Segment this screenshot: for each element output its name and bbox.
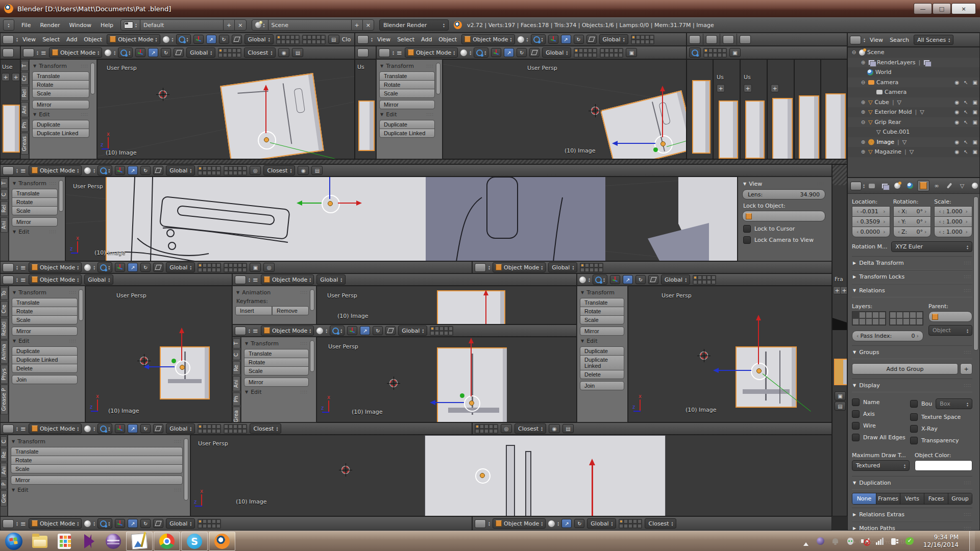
shelf-scrollbar[interactable]	[436, 63, 440, 94]
display-texspace-option[interactable]: Texture Space	[910, 413, 972, 421]
menu-file[interactable]: File	[19, 22, 33, 29]
editor-type-icon[interactable]	[23, 48, 34, 57]
viewport-shading-icon[interactable]	[163, 36, 169, 43]
layers-widget[interactable]	[600, 48, 623, 58]
manipulator-translate-button[interactable]: ↗	[360, 326, 370, 335]
display-name-option[interactable]: Name	[852, 398, 906, 406]
tab-physics[interactable]: P	[1, 479, 7, 489]
editor-type-icon[interactable]	[475, 519, 486, 528]
viewport-3d-bottom[interactable]: User Persp xz (10) Image	[190, 435, 832, 516]
menu-object[interactable]: Object	[436, 36, 459, 43]
panel-edit[interactable]: Edit::::	[13, 338, 77, 344]
snap-target-selector[interactable]: Closest	[250, 423, 281, 434]
properties-scrollbar[interactable]	[973, 196, 978, 350]
layers-widget[interactable]	[198, 424, 221, 434]
layers-grid[interactable]	[852, 311, 886, 325]
panel-edit[interactable]: Edit	[581, 338, 623, 344]
panel-display[interactable]: Display::::	[852, 379, 972, 392]
pivot-snap-widget[interactable]	[689, 47, 701, 58]
delete-scene-button[interactable]: ×	[362, 20, 374, 30]
editor-type-icon[interactable]	[3, 19, 14, 31]
tab-relations[interactable]: Relati	[1, 318, 8, 339]
renderability-camera-icon[interactable]: ▣	[973, 99, 977, 105]
tray-checkmark-icon[interactable]: ✓	[905, 537, 914, 545]
manipulator-axis-button[interactable]	[610, 275, 620, 284]
menu-select[interactable]: Select	[395, 36, 416, 43]
snap-target-selector[interactable]: Closest	[263, 165, 295, 176]
render-opengl-icon[interactable]: ◉	[278, 48, 289, 57]
tab-animation[interactable]: Ani	[233, 376, 240, 391]
panel-edit[interactable]: Edit::::	[12, 487, 182, 493]
expand-icon[interactable]: ⊕	[860, 139, 866, 145]
rotate-button[interactable]: Rotate	[379, 80, 435, 89]
layers-widget[interactable]	[703, 48, 727, 58]
viewport-3d-bottom-right[interactable]: User Persp xz (10) Image	[628, 286, 832, 422]
display-xray-option[interactable]: X-Ray	[910, 425, 972, 433]
visibility-eye-icon[interactable]: ◉	[954, 80, 959, 85]
visibility-eye-icon[interactable]: ◉	[954, 119, 959, 125]
display-transparency-option[interactable]: Transparency	[910, 437, 972, 444]
orientation-selector[interactable]: Global	[548, 262, 577, 272]
expand-icon[interactable]: ⊕	[860, 149, 866, 155]
manipulator-axis-button[interactable]	[491, 48, 501, 57]
outliner-row-scene[interactable]: ⊖ Scene	[848, 47, 979, 58]
tab-create[interactable]: C	[233, 349, 240, 360]
skype-taskbar-button[interactable]: S	[181, 532, 208, 551]
taskbar-clock[interactable]: 9:34 PM 12/16/2014	[923, 534, 959, 549]
close-button[interactable]: ×	[951, 3, 976, 14]
editor-type-icon[interactable]	[3, 424, 14, 433]
mode-selector[interactable]: Object Mode	[461, 34, 514, 44]
manipulator-scale-button[interactable]	[648, 275, 658, 284]
panel-transform[interactable]: Transform::::	[13, 180, 57, 187]
outliner-label[interactable]: Grip Rear	[874, 119, 901, 126]
mode-selector[interactable]: Object Mode	[29, 518, 82, 529]
duplicate-linked-button[interactable]: Duplicate Linked	[12, 355, 78, 364]
collapsed-menu-icon[interactable]: ≡	[253, 327, 258, 335]
editor-type-icon[interactable]	[3, 276, 14, 284]
selectability-arrow-icon[interactable]: ↖	[964, 109, 968, 115]
shelf-scrollbar[interactable]	[310, 340, 314, 372]
viewport-shading-icon[interactable]	[84, 425, 91, 432]
manipulator-translate-button[interactable]: ↗	[128, 263, 138, 272]
orientation-selector[interactable]: Global	[587, 518, 616, 529]
orientation-selector[interactable]: Global	[84, 274, 113, 285]
editor-type-icon[interactable]	[689, 35, 700, 44]
collapsed-menu-icon[interactable]: ≡	[20, 167, 26, 174]
viewport-sliver-left[interactable]: Use + +	[0, 59, 20, 159]
selectability-arrow-icon[interactable]: ↖	[964, 149, 968, 155]
location-x-field[interactable]: -0.031	[852, 206, 890, 217]
delete-button[interactable]: Delete	[580, 370, 624, 379]
delete-button[interactable]: Delete	[12, 364, 78, 373]
pivot-snap-widget[interactable]	[531, 34, 546, 44]
scale-z-field[interactable]: : 1.000	[934, 227, 972, 237]
bounds-type-selector[interactable]: Box	[936, 398, 972, 409]
layers-widget[interactable]	[198, 166, 221, 176]
tab-scene[interactable]	[892, 181, 903, 191]
panel-relations-extras[interactable]: Relations Extras::::	[852, 508, 972, 521]
collapsed-menu-icon[interactable]: ≡	[20, 264, 26, 271]
orientation-selector[interactable]: Global	[599, 34, 628, 44]
selectability-arrow-icon[interactable]: ↖	[964, 139, 968, 145]
viewport-shading-icon[interactable]	[84, 520, 91, 527]
editor-type-icon[interactable]	[3, 263, 14, 272]
add-scene-button[interactable]: +	[351, 20, 362, 30]
scene-selector[interactable]: Scene + ×	[252, 19, 374, 31]
plus-icon[interactable]: +	[840, 286, 847, 294]
viewport-shading-icon[interactable]	[84, 264, 91, 271]
mode-selector[interactable]: Object Mode	[405, 47, 458, 58]
editor-type-icon[interactable]	[475, 263, 486, 272]
layers-widget[interactable]	[619, 519, 642, 529]
outliner-label[interactable]: Camera	[885, 89, 906, 95]
viewport-shading-icon[interactable]	[84, 167, 91, 174]
manipulator-scale-button[interactable]	[385, 326, 396, 335]
chrome-taskbar-button[interactable]	[154, 532, 180, 551]
menu-render[interactable]: Render	[38, 22, 62, 29]
translate-button[interactable]: Translate	[379, 71, 435, 81]
rotate-button[interactable]: Rotate	[244, 358, 309, 367]
tab-data[interactable]: ▽	[957, 181, 968, 191]
manipulator-rotate-button[interactable]: ↻	[574, 35, 584, 44]
outliner-row-cube001[interactable]: ▽ Cube.001	[848, 127, 979, 137]
tab-relations[interactable]: Re	[233, 361, 240, 375]
tab-relations[interactable]: Rel	[21, 86, 29, 101]
manipulator-scale-button[interactable]	[153, 424, 163, 433]
